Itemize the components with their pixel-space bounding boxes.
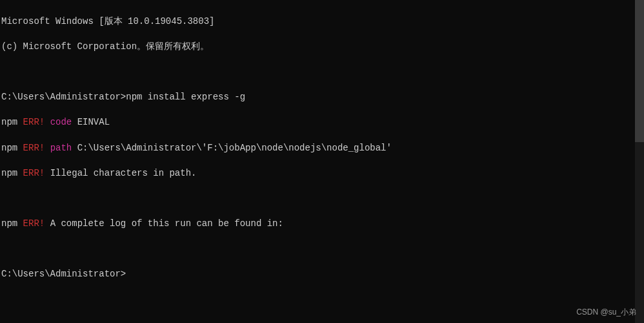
err-tag: ERR! [23,117,50,127]
typed-command: npm install express -g [126,92,245,102]
blank-line [1,66,643,79]
error-line-3: npm ERR! Illegal characters in path. [1,167,643,180]
err-prefix: npm [1,143,23,153]
err-prefix: npm [1,218,23,229]
scrollbar-thumb[interactable] [635,0,644,142]
err-tag: ERR! [23,143,50,153]
os-banner-line1: Microsoft Windows [版本 10.0.19045.3803] [1,16,643,28]
err-tag: ERR! [23,218,50,229]
prompt: C:\Users\Administrator> [1,269,126,279]
err-prefix: npm [1,168,23,178]
log-line: npm ERR! A complete log of this run can … [1,218,643,231]
os-banner-line2: (c) Microsoft Corporation。保留所有权利。 [1,41,643,54]
prompt-line-2: C:\Users\Administrator> [1,268,643,281]
err-rest: C:\Users\Administrator\'F:\jobApp\node\n… [72,143,392,153]
err-rest: Illegal characters in path. [50,168,197,178]
err-key: code [50,117,72,127]
watermark: CSDN @su_小弟 [576,307,636,318]
blank-line [1,193,643,205]
err-prefix: npm [1,117,23,127]
blank-line [1,243,643,256]
err-tag: ERR! [23,168,50,178]
prompt: C:\Users\Administrator> [1,92,126,102]
terminal-output[interactable]: Microsoft Windows [版本 10.0.19045.3803] (… [0,0,644,297]
err-key: path [50,143,72,153]
scrollbar-track[interactable] [635,0,644,323]
error-line-2: npm ERR! path C:\Users\Administrator\'F:… [1,142,643,155]
err-rest: EINVAL [72,117,110,127]
error-line-1: npm ERR! code EINVAL [1,116,643,129]
command-line: C:\Users\Administrator>npm install expre… [1,91,643,104]
log-text: A complete log of this run can be found … [50,218,283,229]
